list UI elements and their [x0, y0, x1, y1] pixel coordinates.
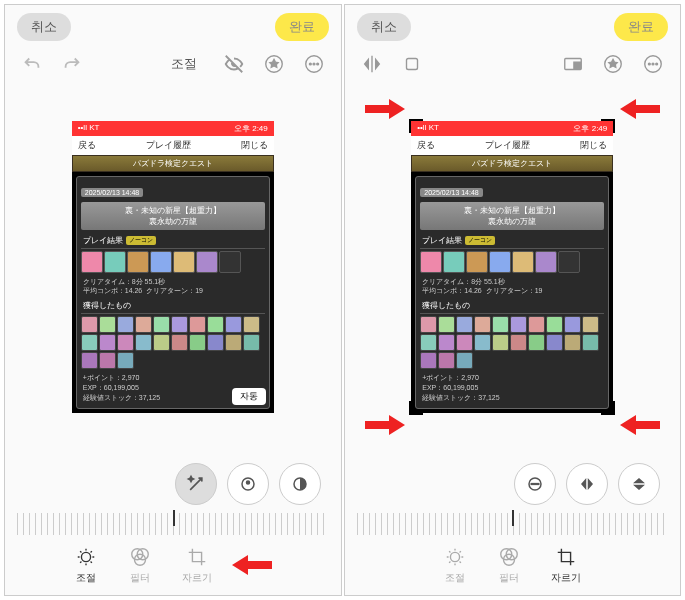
edit-toolbar: 조절	[5, 49, 341, 79]
tab-crop-label: 자르기	[551, 571, 581, 585]
phone-screenshot[interactable]: ••ll KT 오후 2:49 戻る プレイ履歴 閉じる パズドラ検定クエスト …	[411, 121, 613, 414]
angle-ruler[interactable]	[357, 513, 669, 535]
team-icon	[127, 251, 149, 273]
quest-subtitle: 裏永劫の万龍	[84, 216, 262, 227]
turns: クリアターン：19	[486, 287, 543, 294]
canvas: ••ll KT 오후 2:49 戻る プレイ履歴 閉じる パズドラ検定クエスト …	[345, 79, 681, 455]
brightness-button[interactable]	[227, 463, 269, 505]
points: +ポイント：2,970	[83, 373, 263, 383]
adjust-icon	[74, 545, 98, 569]
tab-filter[interactable]: 필터	[128, 545, 152, 585]
clear-time: クリアタイム：8分 55.1秒	[83, 277, 263, 287]
tab-adjust-label: 조절	[445, 571, 465, 585]
rotate-button[interactable]	[514, 463, 556, 505]
result-label: プレイ結果	[83, 235, 123, 246]
red-arrow-tr	[620, 99, 660, 119]
auto-enhance-icon[interactable]	[602, 53, 624, 75]
crop-handle-tl[interactable]	[409, 119, 423, 133]
team-icon	[173, 251, 195, 273]
carrier: ••ll KT	[78, 123, 100, 134]
tab-adjust[interactable]: 조절	[443, 545, 467, 585]
result-card: 2025/02/13 14:48 裏・未知の新星【超重力】 裏永劫の万龍 プレイ…	[415, 176, 609, 410]
redo-icon[interactable]	[61, 53, 83, 75]
flip-icon[interactable]	[361, 53, 383, 75]
result-card: 2025/02/13 14:48 裏・未知の新星【超重力】 裏永劫の万龍 プレイ…	[76, 176, 270, 410]
rotate-icon[interactable]	[401, 53, 423, 75]
drops-header: 獲得したもの	[420, 298, 604, 314]
auto-button[interactable]: 자동	[232, 388, 266, 405]
tab-filter[interactable]: 필터	[497, 545, 521, 585]
auto-enhance-icon[interactable]	[263, 53, 285, 75]
red-arrow-bl	[365, 415, 405, 435]
tab-crop-label: 자르기	[182, 571, 212, 585]
phone-navbar: 戻る プレイ履歴 閉じる	[72, 136, 274, 155]
date-badge: 2025/02/13 14:48	[81, 188, 144, 197]
cancel-button[interactable]: 취소	[17, 13, 71, 41]
stats-text: クリアタイム：8分 55.1秒 平均コンボ：14.26 クリアターン：19	[81, 275, 265, 299]
team-icon	[81, 251, 103, 273]
result-header: プレイ結果 ノーコン	[81, 233, 265, 249]
red-arrow	[232, 555, 272, 575]
phone-screenshot: ••ll KT 오후 2:49 戻る プレイ履歴 閉じる パズドラ検定クエスト …	[72, 121, 274, 414]
action-buttons	[5, 455, 341, 513]
crop-handle-br[interactable]	[601, 401, 615, 415]
clear-time: クリアタイム：8分 55.1秒	[422, 277, 602, 287]
tab-crop[interactable]: 자르기	[182, 545, 212, 585]
quest-banner: パズドラ検定クエスト	[72, 155, 274, 172]
adjust-label: 조절	[171, 55, 197, 73]
drops-grid	[420, 316, 604, 369]
nav-title: プレイ履歴	[146, 139, 191, 152]
svg-rect-12	[406, 59, 417, 70]
filter-icon	[497, 545, 521, 569]
more-icon[interactable]	[303, 53, 325, 75]
stats-text: クリアタイム：8分 55.1秒 平均コンボ：14.26 クリアターン：19	[420, 275, 604, 299]
svg-rect-14	[574, 62, 580, 68]
crop-toolbar	[345, 49, 681, 79]
canvas: ••ll KT 오후 2:49 戻る プレイ履歴 閉じる パズドラ検定クエスト …	[5, 79, 341, 455]
red-arrow-br	[620, 415, 660, 435]
crop-handle-bl[interactable]	[409, 401, 423, 415]
svg-point-4	[316, 63, 318, 65]
tab-filter-label: 필터	[499, 571, 519, 585]
back-label: 戻る	[78, 139, 96, 152]
bottom-tabs: 조절 필터 자르기	[345, 535, 681, 595]
flip-h-button[interactable]	[566, 463, 608, 505]
action-buttons	[345, 455, 681, 513]
team-icon	[150, 251, 172, 273]
close-label: 閉じる	[580, 139, 607, 152]
team-icon	[104, 251, 126, 273]
done-button[interactable]: 완료	[275, 13, 329, 41]
points: +ポイント：2,970	[422, 373, 602, 383]
undo-icon[interactable]	[21, 53, 43, 75]
time: 오후 2:49	[234, 123, 268, 134]
drops-grid	[81, 316, 265, 369]
combo: 平均コンボ：14.26	[422, 287, 482, 294]
svg-point-17	[648, 63, 650, 65]
exp: EXP：60,199,005	[422, 383, 602, 393]
svg-point-6	[246, 481, 249, 484]
bottom-tabs: 조절 필터 자르기	[5, 535, 341, 595]
tab-adjust[interactable]: 조절	[74, 545, 98, 585]
tab-adjust-label: 조절	[76, 571, 96, 585]
tab-crop[interactable]: 자르기	[551, 545, 581, 585]
done-button[interactable]: 완료	[614, 13, 668, 41]
adjust-icon	[443, 545, 467, 569]
drops-header: 獲得したもの	[81, 298, 265, 314]
phone-statusbar: ••ll KT 오후 2:49	[411, 121, 613, 136]
flip-v-button[interactable]	[618, 463, 660, 505]
tab-filter-label: 필터	[130, 571, 150, 585]
svg-point-18	[652, 63, 654, 65]
more-icon[interactable]	[642, 53, 664, 75]
crop-handle-tr[interactable]	[601, 119, 615, 133]
contrast-button[interactable]	[279, 463, 321, 505]
magic-wand-button[interactable]	[175, 463, 217, 505]
quest-banner: パズドラ検定クエスト	[411, 155, 613, 172]
nav-title: プレイ履歴	[485, 139, 530, 152]
team-row	[81, 251, 265, 273]
back-label: 戻る	[417, 139, 435, 152]
quest-title: 裏・未知の新星【超重力】	[423, 205, 601, 216]
visibility-off-icon[interactable]	[223, 53, 245, 75]
value-ruler[interactable]	[17, 513, 329, 535]
aspect-icon[interactable]	[562, 53, 584, 75]
cancel-button[interactable]: 취소	[357, 13, 411, 41]
